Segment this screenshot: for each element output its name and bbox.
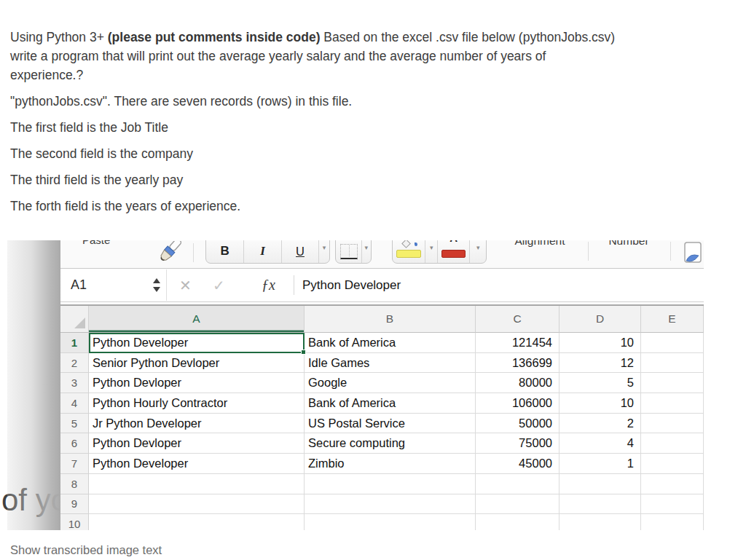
format-painter-icon: [152, 241, 181, 267]
enter-icon: ✓: [213, 269, 225, 301]
format-panel-icon: [681, 241, 704, 267]
question-paragraph-1: Using Python 3+ (please put comments ins…: [10, 28, 724, 84]
borders-icon: [340, 244, 358, 259]
cell-D6: 4: [560, 433, 641, 454]
column-header-B: B: [305, 306, 476, 333]
question-p1-bold: (please put comments inside code): [108, 30, 321, 44]
row-header-7: 7: [60, 454, 89, 474]
cell-B1: Bank of America: [305, 333, 476, 353]
cell-A9: [89, 494, 305, 515]
cell-A8: [89, 474, 305, 494]
fill-color-button: [393, 240, 425, 263]
cell-E10: [641, 514, 704, 530]
row-header-8: 8: [60, 474, 89, 494]
paste-button-label: Paste: [82, 240, 110, 246]
formula-bar-divider: [166, 269, 167, 301]
question-p1-line2: write a program that will print out the …: [10, 49, 546, 63]
paint-drop-icon: [415, 242, 417, 246]
cell-A6: Python Devloper: [89, 433, 305, 454]
font-color-button: A: [437, 240, 469, 263]
cell-A2: Senior Python Devloper: [89, 353, 305, 374]
color-button-group: ▾ A ▾: [392, 240, 487, 264]
fill-color-swatch: [396, 250, 421, 258]
cell-C2: 136699: [476, 353, 560, 374]
cell-C8: [476, 474, 560, 494]
row-header-9: 9: [60, 494, 89, 515]
column-header-A: A: [89, 306, 305, 333]
toolbar-separator: [588, 242, 589, 261]
cell-B2: Idle Games: [305, 353, 476, 374]
font-color-dropdown-arrow-icon: ▾: [469, 240, 486, 263]
cell-E6: [641, 433, 704, 454]
row-header-1: 1: [60, 333, 89, 353]
toolbar-separator: [193, 243, 194, 262]
cell-E8: [641, 474, 704, 494]
number-group-label: Number: [603, 240, 654, 248]
row-header-5: 5: [60, 414, 89, 434]
column-header-E: E: [641, 306, 704, 333]
column-header-D: D: [560, 306, 641, 333]
cell-E1: [641, 333, 704, 353]
image-left-shadow: [7, 240, 60, 530]
cell-D10: [560, 514, 641, 530]
row-header-2: 2: [60, 353, 89, 374]
borders-button: [336, 240, 361, 263]
column-header-C: C: [476, 306, 560, 333]
question-field-2: The second field is the company: [10, 144, 724, 163]
cell-D3: 5: [560, 373, 641, 393]
cell-E2: [641, 353, 704, 374]
question-p1-pre: Using Python 3+: [10, 30, 108, 44]
font-color-letter-icon: A: [438, 240, 469, 244]
question-field-3: The third field is the yearly pay: [10, 170, 724, 189]
sheet-grid: ABCDE1Python DeveloperBank of America121…: [60, 306, 704, 530]
cell-A3: Python Devloper: [89, 373, 305, 393]
cell-D1: 10: [560, 333, 641, 353]
cell-D8: [560, 474, 641, 494]
question-field-1: The first field is the Job Title: [10, 118, 724, 137]
cell-A7: Python Developer: [89, 454, 305, 474]
bold-button: B: [206, 240, 243, 263]
row-header-4: 4: [60, 393, 89, 414]
cell-E3: [641, 373, 704, 393]
cell-C1: 121454: [476, 333, 560, 353]
underline-button: U: [281, 240, 318, 263]
formula-bar: A1 ✕ ✓ ƒx Python Developer: [60, 269, 704, 302]
cell-A5: Jr Python Developer: [89, 414, 305, 434]
cell-B4: Bank of America: [305, 393, 476, 414]
question-p1-rest: Based on the excel .csv file below (pyth…: [321, 30, 616, 44]
cell-A10: [89, 514, 305, 530]
cancel-icon: ✕: [179, 269, 192, 301]
excel-window: Paste B I U ▾ ▾: [60, 240, 704, 530]
row-header-3: 3: [60, 373, 89, 393]
row-header-6: 6: [60, 433, 89, 454]
sheet-grid-area: ABCDE1Python DeveloperBank of America121…: [60, 304, 704, 530]
cell-B5: US Postal Service: [305, 414, 476, 434]
underline-dropdown-arrow-icon: ▾: [318, 240, 329, 263]
font-style-button-group: B I U ▾: [205, 240, 330, 264]
name-box: A1: [71, 269, 87, 301]
name-box-spinner-icon: [153, 269, 160, 301]
cell-D9: [560, 494, 641, 515]
cell-C9: [476, 494, 560, 515]
show-transcribed-link[interactable]: Show transcribed image text: [10, 543, 162, 557]
cell-B10: [305, 514, 476, 530]
row-header-10: 10: [60, 514, 89, 530]
question-text: Using Python 3+ (please put comments ins…: [10, 28, 724, 223]
insert-function-icon: ƒx: [262, 269, 275, 301]
borders-dropdown-arrow-icon: ▾: [361, 240, 371, 263]
excel-screenshot-image[interactable]: Paste B I U ▾ ▾: [7, 240, 704, 530]
cell-A4: Python Hourly Contractor: [89, 393, 305, 414]
cell-D5: 2: [560, 414, 641, 434]
paint-bucket-icon: [401, 240, 411, 248]
formula-bar-divider: [294, 275, 294, 295]
cell-C5: 50000: [476, 414, 560, 434]
cell-C6: 75000: [476, 433, 560, 454]
cell-B9: [305, 494, 476, 515]
alignment-group-label: Alignment: [509, 240, 571, 248]
cell-D7: 1: [560, 454, 641, 474]
cell-C10: [476, 514, 560, 530]
cell-E9: [641, 494, 704, 515]
cell-C3: 80000: [476, 373, 560, 393]
fill-color-dropdown-arrow-icon: ▾: [425, 240, 437, 263]
excel-toolbar: Paste B I U ▾ ▾: [60, 240, 704, 269]
